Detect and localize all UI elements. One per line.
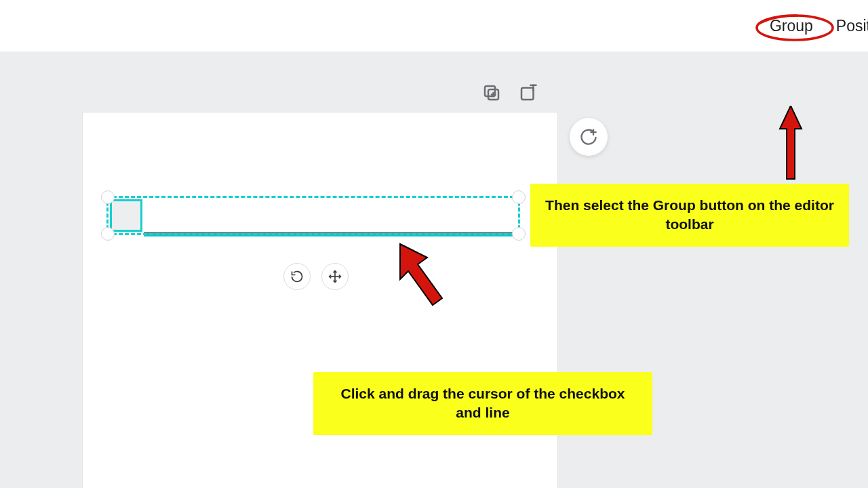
selection-handle-tr[interactable] (512, 190, 526, 204)
duplicate-page-icon[interactable] (481, 83, 502, 103)
callout-group-text: Then select the Group button on the edit… (545, 197, 834, 232)
selection-handle-tl[interactable] (101, 190, 115, 204)
callout-group: Then select the Group button on the edit… (530, 184, 849, 247)
floating-controls (283, 263, 349, 290)
svg-marker-12 (780, 106, 802, 179)
group-button-wrap: Group (768, 17, 814, 35)
selection-box[interactable] (106, 196, 520, 235)
arrow-up-icon (777, 106, 804, 180)
callout-select-text: Click and drag the cursor of the checkbo… (341, 386, 625, 420)
selection-handle-bl[interactable] (101, 227, 115, 241)
selection-handle-br[interactable] (512, 227, 526, 241)
callout-select: Click and drag the cursor of the checkbo… (313, 372, 652, 435)
rotate-button[interactable] (283, 263, 311, 290)
arrow-cursor-icon (395, 240, 449, 308)
svg-rect-5 (521, 88, 534, 100)
group-button[interactable]: Group (768, 13, 814, 39)
canvas-area: Then select the Group button on the edit… (0, 52, 868, 488)
position-button[interactable]: Posit (835, 13, 868, 39)
add-page-icon[interactable] (518, 83, 538, 103)
svg-marker-13 (400, 244, 442, 305)
move-button[interactable] (321, 263, 349, 290)
add-element-fab[interactable] (570, 118, 608, 156)
page-toolbar (481, 83, 538, 103)
editor-toolbar: Group Posit (0, 0, 868, 52)
